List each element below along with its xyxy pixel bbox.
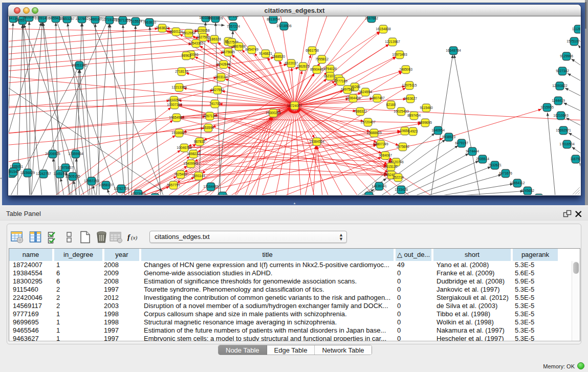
svg-text:3675685: 3675685: [222, 50, 235, 54]
svg-text:19654983: 19654983: [169, 116, 184, 119]
svg-text:17164485: 17164485: [203, 185, 219, 188]
svg-text:1975692: 1975692: [396, 145, 409, 148]
svg-text:391547: 391547: [9, 170, 19, 173]
svg-text:12975115: 12975115: [402, 83, 417, 87]
svg-text:8186328: 8186328: [208, 37, 221, 41]
svg-text:6794028: 6794028: [323, 67, 337, 71]
svg-text:3498222: 3498222: [187, 152, 200, 156]
svg-text:16671355: 16671355: [115, 18, 130, 22]
svg-text:2935514: 2935514: [476, 157, 489, 161]
svg-text:9245652: 9245652: [521, 189, 534, 192]
svg-text:9129966: 9129966: [560, 54, 573, 58]
svg-text:15720407: 15720407: [360, 120, 376, 124]
svg-text:25300295: 25300295: [266, 111, 281, 115]
svg-text:8897454: 8897454: [407, 114, 421, 117]
svg-text:2009140: 2009140: [23, 16, 36, 19]
svg-text:14923: 14923: [408, 129, 418, 133]
svg-text:116753: 116753: [570, 157, 580, 161]
svg-text:8660124: 8660124: [169, 30, 183, 33]
svg-text:8938923: 8938923: [442, 135, 455, 139]
svg-text:10025433: 10025433: [394, 110, 409, 113]
svg-text:16154838: 16154838: [376, 27, 391, 31]
svg-text:12213389: 12213389: [171, 85, 187, 89]
svg-text:7663810: 7663810: [143, 20, 156, 24]
svg-text:10654112: 10654112: [510, 181, 525, 185]
svg-text:20206535: 20206535: [45, 152, 60, 156]
svg-text:867833: 867833: [194, 140, 205, 143]
svg-text:10653287: 10653287: [59, 17, 75, 20]
svg-text:9084067: 9084067: [379, 154, 392, 157]
svg-text:9146821: 9146821: [259, 52, 272, 55]
svg-text:12323446: 12323446: [130, 192, 146, 195]
svg-text:7625402: 7625402: [174, 172, 187, 176]
svg-text:17016504: 17016504: [559, 142, 575, 146]
svg-text:11156829: 11156829: [20, 171, 35, 174]
svg-text:1112842: 1112842: [572, 27, 580, 31]
svg-text:16210643: 16210643: [553, 114, 569, 117]
svg-text:153594: 153594: [203, 126, 214, 129]
svg-text:904392: 904392: [217, 194, 228, 195]
svg-text:20091406: 20091406: [35, 16, 50, 20]
svg-text:62160: 62160: [386, 103, 396, 106]
svg-text:20053346: 20053346: [72, 63, 87, 67]
svg-text:10543362: 10543362: [188, 41, 204, 45]
svg-text:15409948: 15409948: [183, 162, 199, 165]
svg-text:940362: 940362: [363, 194, 375, 195]
svg-text:10975857: 10975857: [58, 166, 73, 169]
svg-text:1615132: 1615132: [384, 165, 398, 168]
svg-text:19166827: 19166827: [171, 131, 187, 135]
svg-text:6466160: 6466160: [89, 17, 102, 21]
svg-text:18807249: 18807249: [373, 142, 388, 146]
svg-text:1733426: 1733426: [395, 188, 408, 191]
svg-text:7357224: 7357224: [227, 25, 240, 28]
svg-text:8912954: 8912954: [182, 31, 195, 35]
svg-text:10807487: 10807487: [369, 96, 385, 100]
svg-text:6497568: 6497568: [341, 87, 354, 91]
svg-text:9115460: 9115460: [420, 106, 433, 110]
svg-text:98963: 98963: [182, 54, 191, 57]
svg-text:1244419: 1244419: [552, 99, 565, 102]
svg-text:10046786: 10046786: [177, 146, 192, 149]
svg-text:10688609: 10688609: [366, 131, 382, 135]
svg-text:12505135: 12505135: [65, 174, 80, 178]
svg-text:18724007: 18724007: [287, 104, 302, 107]
svg-text:857224: 857224: [227, 16, 238, 18]
svg-text:14136141: 14136141: [372, 184, 387, 188]
svg-text:1362615: 1362615: [296, 64, 310, 68]
svg-text:12093822: 12093822: [552, 84, 568, 87]
svg-text:2803144: 2803144: [214, 75, 228, 79]
svg-text:2687682: 2687682: [365, 16, 378, 20]
svg-text:8990448: 8990448: [310, 68, 323, 71]
svg-text:7663822: 7663822: [156, 26, 169, 30]
svg-text:9474444: 9474444: [466, 149, 479, 153]
svg-text:f: f: [127, 233, 131, 241]
svg-text:17957253: 17957253: [84, 179, 99, 183]
svg-text:10007349: 10007349: [167, 103, 182, 106]
svg-text:252214: 252214: [393, 176, 404, 179]
svg-text:23226058: 23226058: [194, 29, 210, 32]
svg-text:10973493: 10973493: [392, 53, 407, 56]
svg-text:7632621: 7632621: [488, 163, 502, 167]
svg-text:741700: 741700: [209, 102, 221, 105]
svg-text:6899695: 6899695: [419, 121, 432, 124]
svg-text:3624554: 3624554: [359, 90, 372, 94]
svg-text:9777169: 9777169: [334, 79, 347, 83]
svg-text:6961758: 6961758: [306, 49, 319, 52]
svg-text:12213967: 12213967: [385, 40, 400, 43]
svg-text:19218506: 19218506: [276, 24, 292, 28]
svg-text:8454749: 8454749: [245, 48, 258, 51]
svg-text:1145194: 1145194: [53, 172, 67, 176]
svg-text:1527602: 1527602: [75, 17, 89, 20]
svg-text:16033809: 16033809: [208, 16, 223, 20]
svg-text:9242848: 9242848: [217, 62, 230, 66]
svg-text:(x): (x): [131, 234, 138, 241]
svg-text:1588520: 1588520: [272, 55, 285, 58]
svg-text:2867608: 2867608: [232, 45, 246, 48]
svg-text:9457791: 9457791: [167, 183, 180, 187]
svg-text:15692971: 15692971: [556, 128, 571, 132]
svg-text:10958107: 10958107: [98, 183, 114, 187]
svg-text:8427552: 8427552: [211, 88, 224, 92]
svg-text:2718176: 2718176: [175, 70, 188, 73]
svg-text:19384554: 19384554: [309, 140, 324, 143]
svg-text:12242757: 12242757: [36, 172, 51, 176]
